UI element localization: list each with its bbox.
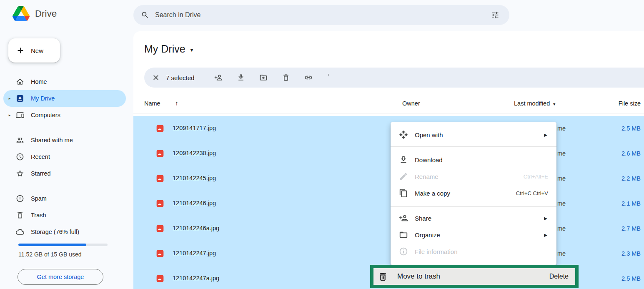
trash-icon <box>378 271 388 282</box>
move-folder-button[interactable] <box>259 73 268 82</box>
file-row[interactable]: 1210142246.jpg me 2.1 MB <box>133 191 644 216</box>
person-add-icon <box>399 214 408 223</box>
menu-item-organize[interactable]: Organize ▶ <box>391 226 556 243</box>
search-bar[interactable] <box>133 5 509 25</box>
menu-item-make-a-copy[interactable]: Make a copy Ctrl+C Ctrl+V <box>391 185 556 201</box>
file-row[interactable]: 1209141717.jpg me 2.5 MB <box>133 116 644 141</box>
file-row[interactable]: 1210142247.jpg me 2.3 MB <box>133 241 644 266</box>
image-file-icon <box>156 249 164 258</box>
sidebar-item-label: Starred <box>31 170 51 177</box>
storage-progress-bar <box>18 244 108 246</box>
menu-item-share[interactable]: Share ▶ <box>391 210 556 226</box>
sidebar-item-computers[interactable]: ▸ Computers <box>3 107 126 123</box>
folder-icon <box>399 230 408 239</box>
sidebar-item-spam[interactable]: Spam <box>3 190 126 207</box>
menu-divider <box>391 206 556 207</box>
sidebar-item-label: My Drive <box>31 95 55 102</box>
shortcut-label: Delete <box>549 273 569 280</box>
image-file-icon <box>156 224 164 233</box>
file-list: 1209141717.jpg me 2.5 MB 1209142230.jpg … <box>133 116 644 289</box>
expand-arrow-icon[interactable]: ▸ <box>3 96 16 101</box>
modified-by-label: me <box>557 175 566 182</box>
star-icon <box>16 169 24 178</box>
shortcut-label: Ctrl+Alt+E <box>524 173 548 180</box>
chevron-down-icon: ▼ <box>552 102 556 106</box>
download-button[interactable] <box>237 73 245 82</box>
more-actions-button[interactable] <box>327 73 330 82</box>
column-header-file-size[interactable]: File size <box>619 100 641 107</box>
info-icon <box>399 247 408 256</box>
main-content: My Drive ▼ 7 selected Name ↑ Owner Last … <box>133 31 644 289</box>
trash-button[interactable] <box>282 73 290 82</box>
modified-by-label: me <box>557 200 566 207</box>
file-name: 1210142246.jpg <box>173 200 216 206</box>
sidebar-item-label: Recent <box>31 153 50 160</box>
submenu-arrow-icon: ▶ <box>544 133 547 137</box>
selection-toolbar: 7 selected <box>144 68 644 88</box>
image-file-icon <box>156 199 164 208</box>
clear-selection-button[interactable] <box>150 72 162 83</box>
file-size: 2.1 MB <box>621 200 641 207</box>
download-icon <box>399 155 408 164</box>
file-name: 1210142246a.jpg <box>173 225 219 231</box>
menu-item-file-information: File information <box>391 243 556 260</box>
get-more-storage-button[interactable]: Get more storage <box>18 269 103 285</box>
file-row[interactable]: 1209142230.jpg me 2.6 MB <box>133 141 644 166</box>
image-file-icon <box>156 174 164 183</box>
sidebar-item-label: Home <box>31 78 47 85</box>
file-name: 1209142230.jpg <box>173 150 216 156</box>
sidebar: Home ▸ My Drive ▸ Computers Shared with … <box>0 0 133 289</box>
copy-link-button[interactable] <box>304 73 313 82</box>
chevron-down-icon: ▼ <box>190 46 194 53</box>
file-size: 2.5 MB <box>621 275 641 282</box>
search-options-icon[interactable] <box>489 8 502 22</box>
modified-by-label: me <box>557 125 566 132</box>
sidebar-item-label: Trash <box>31 212 46 219</box>
file-name: 1210142247.jpg <box>173 250 216 256</box>
file-size: 2.7 MB <box>621 225 641 232</box>
menu-item-move-to-trash[interactable]: Move to trash Delete <box>370 265 579 288</box>
submenu-arrow-icon: ▶ <box>544 233 547 237</box>
open-with-icon <box>399 130 408 139</box>
rename-pencil-icon <box>399 172 408 181</box>
page-title[interactable]: My Drive ▼ <box>144 43 194 55</box>
sidebar-item-shared-with-me[interactable]: Shared with me <box>3 132 126 148</box>
file-name: 1210142247a.jpg <box>173 275 219 281</box>
image-file-icon <box>156 149 164 158</box>
file-row[interactable]: 1210142246a.jpg me 2.7 MB <box>133 216 644 241</box>
spam-icon <box>16 194 24 203</box>
column-header-last-modified[interactable]: Last modified▼ <box>514 100 556 107</box>
sidebar-item-my-drive[interactable]: ▸ My Drive <box>3 90 126 107</box>
trash-icon <box>16 211 24 219</box>
share-person-add-button[interactable] <box>214 73 223 82</box>
column-header-name[interactable]: Name <box>144 100 160 107</box>
computers-icon <box>16 111 24 119</box>
sidebar-item-home[interactable]: Home <box>3 73 126 90</box>
expand-arrow-icon[interactable]: ▸ <box>3 113 16 117</box>
modified-by-label: me <box>557 150 566 157</box>
image-file-icon <box>156 124 164 133</box>
copy-icon <box>399 188 408 198</box>
sidebar-item-storage[interactable]: Storage (76% full) <box>3 224 126 240</box>
column-header-owner[interactable]: Owner <box>402 100 420 107</box>
sort-ascending-icon[interactable]: ↑ <box>175 99 178 106</box>
search-input[interactable] <box>155 11 489 19</box>
menu-item-open-with[interactable]: Open with ▶ <box>391 125 556 145</box>
menu-divider <box>391 146 556 147</box>
submenu-arrow-icon: ▶ <box>544 216 547 221</box>
shortcut-label: Ctrl+C Ctrl+V <box>516 190 548 196</box>
sidebar-item-recent[interactable]: Recent <box>3 148 126 165</box>
modified-by-label: me <box>557 250 566 257</box>
storage-progress-fill <box>18 244 86 246</box>
file-size: 2.2 MB <box>621 175 641 182</box>
home-icon <box>16 78 24 86</box>
file-row[interactable]: 1210142245.jpg me 2.2 MB <box>133 166 644 191</box>
sidebar-item-starred[interactable]: Starred <box>3 165 126 182</box>
file-name: 1210142245.jpg <box>173 175 216 181</box>
sidebar-item-label: Spam <box>31 195 47 202</box>
menu-item-rename: Rename Ctrl+Alt+E <box>391 168 556 185</box>
menu-item-download[interactable]: Download <box>391 151 556 168</box>
sidebar-item-trash[interactable]: Trash <box>3 207 126 224</box>
file-size: 2.5 MB <box>621 125 641 132</box>
my-drive-icon <box>16 94 24 103</box>
